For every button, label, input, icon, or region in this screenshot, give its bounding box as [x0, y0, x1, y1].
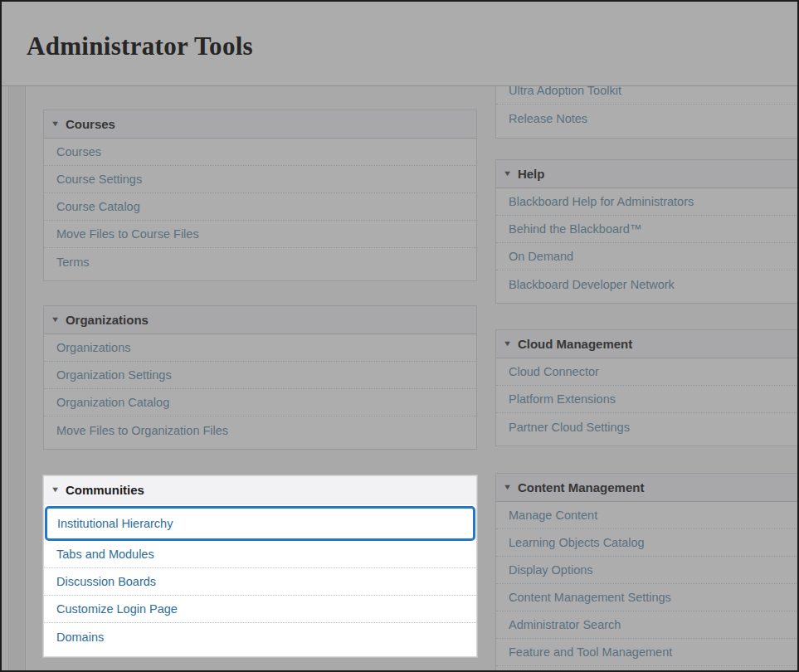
section-header-courses[interactable]: ▼Courses — [44, 110, 476, 139]
section-body-communities: Institutional HierarchyTabs and ModulesD… — [44, 506, 476, 656]
collapse-arrow-down-icon: ▼ — [503, 484, 512, 491]
link-administrator-search[interactable]: Administrator Search — [496, 611, 799, 639]
link-terms[interactable]: Terms — [44, 248, 476, 275]
link-behind-the-blackboard[interactable]: Behind the Blackboard™ — [496, 216, 799, 243]
link-learning-objects-catalog[interactable]: Learning Objects Catalog — [496, 529, 799, 557]
section-header-help[interactable]: ▼Help — [496, 160, 799, 188]
section-cloud: ▼Cloud ManagementCloud ConnectorPlatform… — [495, 329, 799, 446]
link-domains[interactable]: Domains — [44, 623, 476, 650]
section-title-content: Content Management — [518, 480, 645, 494]
section-body-content: Manage ContentLearning Objects CatalogDi… — [496, 502, 799, 671]
link-feature-and-tool-management[interactable]: Feature and Tool Management — [496, 639, 799, 666]
section-body-courses: CoursesCourse SettingsCourse CatalogMove… — [44, 139, 476, 280]
collapse-arrow-down-icon: ▼ — [503, 340, 512, 348]
section-body-organizations: OrganizationsOrganization SettingsOrgani… — [44, 334, 476, 449]
section-body-help: Blackboard Help for AdministratorsBehind… — [496, 188, 799, 303]
section-communities: ▼CommunitiesInstitutional HierarchyTabs … — [43, 475, 477, 657]
link-customize-login-page[interactable]: Customize Login Page — [44, 596, 476, 623]
section-header-cloud[interactable]: ▼Cloud Management — [496, 330, 799, 358]
link-discussion-boards[interactable]: Discussion Boards — [44, 568, 476, 596]
link-move-files-to-organization-files[interactable]: Move Files to Organization Files — [44, 416, 476, 444]
link-course-settings[interactable]: Course Settings — [44, 166, 476, 193]
link-organization-settings[interactable]: Organization Settings — [44, 362, 476, 389]
section-content: ▼Content ManagementManage ContentLearnin… — [495, 473, 799, 672]
section-body-cloud: Cloud ConnectorPlatform ExtensionsPartne… — [496, 358, 799, 446]
link-partner-cloud-settings[interactable]: Partner Cloud Settings — [496, 413, 799, 441]
link-display-options[interactable]: Display Options — [496, 557, 799, 584]
link-move-files-to-course-files[interactable]: Move Files to Course Files — [44, 221, 476, 248]
section-title-cloud: Cloud Management — [518, 337, 632, 351]
link-blackboard-developer-network[interactable]: Blackboard Developer Network — [496, 270, 799, 298]
section-courses: ▼CoursesCoursesCourse SettingsCourse Cat… — [43, 110, 477, 281]
section-header-organizations[interactable]: ▼Organizations — [44, 306, 476, 334]
section-title-courses: Courses — [66, 117, 115, 131]
page-title: Administrator Tools — [27, 32, 253, 61]
section-header-content[interactable]: ▼Content Management — [496, 474, 799, 502]
page-left-gutter — [2, 85, 9, 670]
collapse-arrow-down-icon: ▼ — [51, 120, 60, 128]
link-on-demand[interactable]: On Demand — [496, 243, 799, 270]
link-organizations[interactable]: Organizations — [44, 334, 476, 362]
section-title-organizations: Organizations — [66, 313, 149, 327]
collapse-arrow-down-icon: ▼ — [51, 316, 60, 324]
link-content-management-settings[interactable]: Content Management Settings — [496, 584, 799, 611]
link-manage-content[interactable]: Manage Content — [496, 502, 799, 529]
link-cloud-connector[interactable]: Cloud Connector — [496, 358, 799, 386]
link-platform-extensions[interactable]: Platform Extensions — [496, 386, 799, 413]
link-blackboard-help-for-administrators[interactable]: Blackboard Help for Administrators — [496, 188, 799, 216]
section-help: ▼HelpBlackboard Help for AdministratorsB… — [495, 159, 799, 304]
link-tabs-and-modules[interactable]: Tabs and Modules — [44, 541, 476, 568]
selected-link-institutional-hierarchy[interactable]: Institutional Hierarchy — [45, 506, 475, 541]
link-organization-catalog[interactable]: Organization Catalog — [44, 389, 476, 416]
page-header: Administrator Tools — [2, 2, 797, 86]
section-header-communities[interactable]: ▼Communities — [44, 476, 476, 504]
section-organizations: ▼OrganizationsOrganizationsOrganization … — [43, 305, 477, 450]
link-courses[interactable]: Courses — [44, 139, 476, 166]
collapse-arrow-down-icon: ▼ — [51, 486, 60, 494]
administrator-tools-page: Administrator Tools ▼CoursesCoursesCours… — [0, 0, 799, 672]
link-course-catalog[interactable]: Course Catalog — [44, 193, 476, 221]
section-title-help: Help — [518, 167, 545, 181]
collapse-arrow-down-icon: ▼ — [503, 170, 512, 178]
link-release-notes[interactable]: Release Notes — [496, 105, 799, 132]
section-title-communities: Communities — [66, 483, 144, 497]
